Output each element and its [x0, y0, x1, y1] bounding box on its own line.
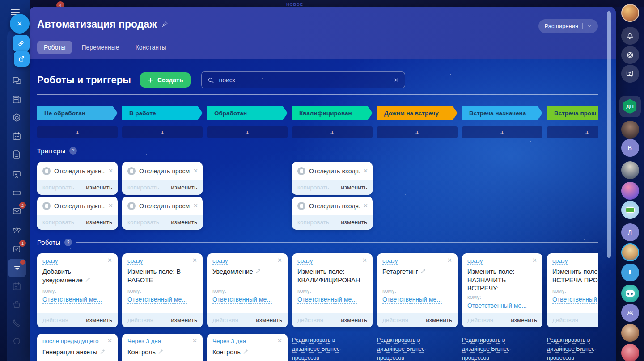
sidebar-item-messenger[interactable] [11, 75, 22, 86]
pin-icon[interactable] [161, 21, 169, 28]
edit-action[interactable]: изменить [256, 317, 282, 323]
robot-when-link[interactable]: сразу [467, 257, 483, 265]
recipient-link[interactable]: Ответственный ме... [382, 296, 442, 304]
add-robot-button[interactable]: + [462, 126, 542, 138]
designer-link[interactable]: Редактировать в дизайнере Бизнес-процесс… [547, 337, 596, 361]
robot-card[interactable]: сразу✕ Изменить поле: КВАЛИФИЦИРОВАН ком… [292, 253, 373, 327]
robot-when-link[interactable]: сразу [552, 257, 568, 265]
vertical-scrollbar[interactable] [607, 11, 611, 258]
sidebar-item-drive[interactable] [11, 187, 22, 198]
delete-trigger-icon[interactable]: ✕ [108, 203, 113, 209]
actions-menu[interactable]: действия [382, 317, 408, 323]
sidebar-item-company[interactable] [11, 224, 22, 236]
recipient-link[interactable]: Ответственный ме... [297, 296, 357, 304]
chat-avatar[interactable] [621, 344, 639, 361]
robot-card-delayed[interactable]: Через 3 дня✕ Контроль [207, 334, 288, 361]
robot-card[interactable]: сразу✕ Изменить поле: НАЗНАЧИТЬ ВСТРЕЧУ:… [462, 253, 542, 327]
sidebar-item-video[interactable] [11, 168, 22, 180]
delete-trigger-icon[interactable]: ✕ [193, 168, 198, 174]
copy-action[interactable]: копировать [127, 219, 159, 226]
delete-trigger-icon[interactable]: ✕ [363, 203, 368, 209]
clear-search-icon[interactable] [393, 77, 399, 83]
robot-when-link[interactable]: после предыдущего [42, 338, 99, 345]
sidebar-item-crm[interactable] [11, 112, 22, 123]
add-robot-button[interactable]: + [547, 126, 598, 138]
tab-constants[interactable]: Константы [129, 41, 173, 54]
tab-robots[interactable]: Роботы [37, 41, 72, 54]
designer-link[interactable]: Редактировать в дизайнере Бизнес-процесс… [292, 337, 341, 361]
robot-when-link[interactable]: сразу [127, 257, 143, 265]
saved-messages-button[interactable] [621, 264, 639, 281]
copy-action[interactable]: копировать [297, 184, 329, 191]
copy-action[interactable]: копировать [127, 184, 159, 191]
robot-card[interactable]: сразу✕ Уведомление кому: Ответственный м… [207, 253, 288, 327]
robot-when-link[interactable]: сразу [382, 257, 398, 265]
stage-kvalifitsirovan[interactable]: Квалифицирован [292, 106, 373, 120]
extensions-button[interactable]: Расширения [538, 19, 598, 33]
recipient-link[interactable]: Ответственный ме... [212, 296, 272, 304]
edit-action[interactable]: изменить [341, 219, 367, 226]
recipient-link[interactable]: Ответственный ме... [467, 302, 527, 310]
robot-card-delayed[interactable]: Через 3 дня✕ Контроль [122, 334, 203, 361]
chat-avatar[interactable] [621, 201, 639, 219]
robot-card[interactable]: сразу✕ Добавить уведомление кому: Ответс… [37, 253, 118, 327]
robot-card[interactable]: сразу✕ Изменить поле: В РАБОТЕ кому: Отв… [122, 253, 203, 327]
trigger-card[interactable]: Отследить просм...✕ копироватьизменить [122, 197, 203, 230]
workgroup-badge-active[interactable]: ДП [619, 96, 641, 117]
trigger-card[interactable]: Отследить нужн...✕ копироватьизменить [37, 197, 118, 230]
open-in-new-button[interactable] [14, 51, 30, 67]
add-robot-button[interactable]: + [37, 126, 118, 138]
delete-robot-icon[interactable]: ✕ [447, 257, 452, 263]
create-button[interactable]: Создать [140, 72, 191, 88]
sidebar-item-calendar[interactable] [11, 130, 22, 142]
stage-ne-obrabotan[interactable]: Не обработан [37, 106, 118, 120]
edit-pencil-icon[interactable] [243, 348, 249, 354]
trigger-card[interactable]: Отследить просм...✕ копироватьизменить [122, 162, 203, 195]
sidebar-item-telephony[interactable] [11, 317, 22, 328]
sidebar-item-automation-active[interactable] [8, 259, 26, 277]
stage-vstrecha-naznachena[interactable]: Встреча назначена [462, 106, 542, 120]
tab-variables[interactable]: Переменные [75, 41, 126, 54]
chat-avatar-letter[interactable]: B [621, 139, 639, 157]
copilot-button[interactable] [621, 46, 639, 64]
chat-avatar[interactable] [621, 324, 639, 342]
help-icon[interactable]: ? [64, 239, 72, 246]
trigger-card[interactable]: Отследить нужн...✕ копироватьизменить [37, 162, 118, 195]
robot-when-link[interactable]: сразу [297, 257, 313, 265]
edit-action[interactable]: изменить [341, 317, 367, 323]
add-robot-button[interactable]: + [122, 126, 203, 138]
delete-trigger-icon[interactable]: ✕ [108, 168, 113, 174]
add-robot-button[interactable]: + [207, 126, 288, 138]
copy-link-button[interactable] [13, 35, 30, 52]
delete-robot-icon[interactable]: ✕ [362, 257, 367, 263]
edit-pencil-icon[interactable] [420, 268, 426, 274]
help-icon[interactable]: ? [69, 147, 77, 155]
sidebar-item-feed[interactable] [11, 93, 22, 105]
notifications-button[interactable] [621, 27, 639, 45]
delete-robot-icon[interactable]: ✕ [107, 338, 112, 344]
actions-menu[interactable]: действия [42, 317, 68, 323]
copy-action[interactable]: копировать [297, 219, 329, 226]
stage-obrabotan[interactable]: Обработан [207, 106, 288, 120]
actions-menu[interactable]: действия [297, 317, 323, 323]
chat-avatar-letter[interactable]: Л [621, 223, 639, 241]
sidebar-item-mail[interactable]: 2 [11, 205, 22, 217]
delete-trigger-icon[interactable]: ✕ [193, 203, 198, 209]
sidebar-item-docs[interactable] [11, 148, 22, 160]
edit-action[interactable]: изменить [511, 317, 537, 323]
stage-dozhim[interactable]: Дожим на встречу [377, 106, 458, 120]
edit-pencil-icon[interactable] [255, 268, 261, 274]
edit-pencil-icon[interactable] [158, 348, 164, 354]
edit-action[interactable]: изменить [86, 317, 112, 323]
edit-pencil-icon[interactable] [100, 348, 106, 354]
chat-avatar[interactable] [621, 182, 639, 200]
bot-avatar[interactable] [621, 285, 639, 302]
recipient-link[interactable]: Ответственный ме... [42, 296, 102, 304]
actions-menu[interactable]: действия [552, 317, 578, 323]
recipient-link[interactable]: Ответственный [552, 296, 597, 304]
sidebar-item-tasks[interactable]: 1 [11, 243, 22, 255]
delete-robot-icon[interactable]: ✕ [107, 257, 112, 263]
actions-menu[interactable]: действия [212, 317, 238, 323]
sidebar-item-settings[interactable] [11, 335, 22, 347]
group-chat-avatar[interactable] [621, 304, 639, 322]
